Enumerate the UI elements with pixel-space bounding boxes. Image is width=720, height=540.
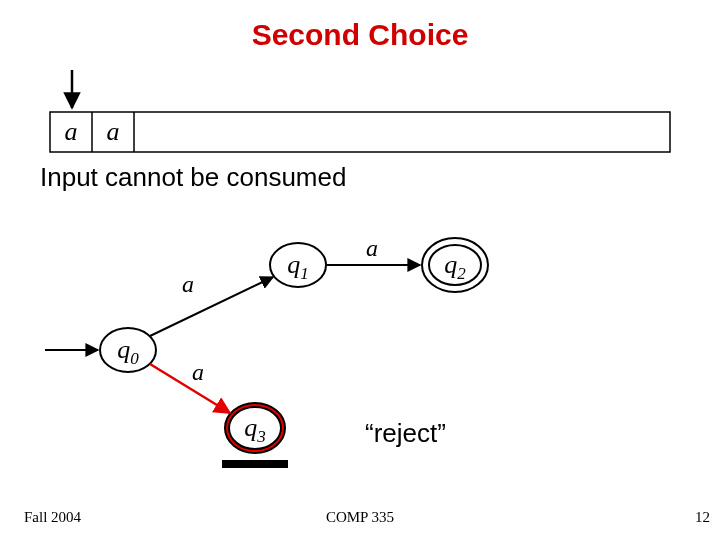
edge-q0-q1 (150, 277, 273, 336)
footer-right: 12 (695, 509, 710, 526)
caption-text: Input cannot be consumed (40, 162, 346, 193)
svg-rect-0 (50, 112, 670, 152)
edge-q0-q3-label: a (192, 359, 204, 385)
diagram-svg: a a q0 q1 q2 q3 a a (0, 0, 720, 540)
state-q3: q3 (225, 403, 285, 453)
state-q2: q2 (422, 238, 488, 292)
tape-cell-1: a (107, 117, 120, 146)
footer-center: COMP 335 (326, 509, 394, 526)
tape-cell-0: a (65, 117, 78, 146)
edge-q0-q3 (150, 364, 230, 413)
edge-q1-q2-label: a (366, 235, 378, 261)
input-tape: a a (50, 112, 670, 152)
edge-q0-q1-label: a (182, 271, 194, 297)
state-q1: q1 (270, 243, 326, 287)
reject-label: “reject” (365, 418, 446, 449)
footer-left: Fall 2004 (24, 509, 81, 526)
state-q0: q0 (100, 328, 156, 372)
